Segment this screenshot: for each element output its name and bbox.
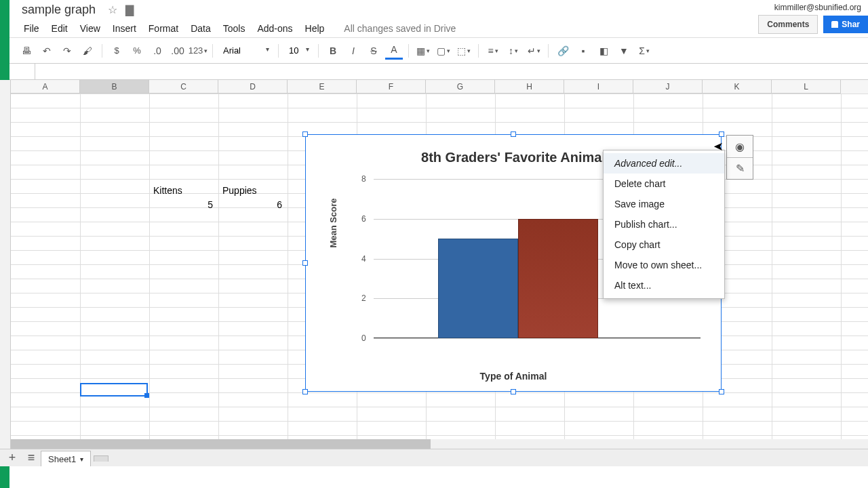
- strike-button[interactable]: S: [365, 42, 382, 60]
- star-icon[interactable]: ☆: [108, 3, 117, 16]
- row-headers[interactable]: [0, 80, 11, 466]
- chart-context-menu: Advanced edit... Delete chart Save image…: [603, 150, 725, 299]
- resize-handle[interactable]: [719, 131, 724, 137]
- menu-advanced-edit[interactable]: Advanced edit...: [604, 153, 724, 174]
- filter-icon[interactable]: ▼: [615, 42, 633, 60]
- y-tick: 0: [361, 333, 366, 343]
- y-tick: 2: [361, 293, 366, 303]
- undo-icon[interactable]: ↶: [38, 42, 56, 60]
- h-scrollbar-track[interactable]: [11, 439, 868, 449]
- col-header-F[interactable]: F: [357, 80, 426, 94]
- bar-Kittens[interactable]: [438, 239, 518, 338]
- cell-C8[interactable]: Kittens: [151, 184, 217, 197]
- spreadsheet-grid[interactable]: ABCDEFGHIJKL Kittens Puppies 5 6 ◉ ✎ 8th…: [0, 80, 868, 466]
- y-axis-label: Mean Score: [328, 199, 338, 248]
- link-icon[interactable]: 🔗: [554, 42, 572, 60]
- merge-button[interactable]: ⬚: [455, 42, 473, 60]
- menu-insert[interactable]: Insert: [106, 20, 142, 37]
- cursor-icon: ➤: [713, 139, 724, 154]
- font-select[interactable]: Arial: [218, 43, 273, 58]
- sheet-tab-label: Sheet1: [48, 454, 76, 464]
- menu-edit[interactable]: Edit: [45, 20, 74, 37]
- menu-help[interactable]: Help: [299, 20, 331, 37]
- resize-handle[interactable]: [511, 131, 516, 137]
- bold-button[interactable]: B: [324, 42, 342, 60]
- dec-decimal-icon[interactable]: .0: [149, 42, 166, 60]
- menu-delete-chart[interactable]: Delete chart: [604, 174, 724, 194]
- italic-button[interactable]: I: [344, 42, 362, 60]
- inc-decimal-icon[interactable]: .00: [169, 42, 186, 60]
- menu-file[interactable]: File: [18, 20, 45, 37]
- fill-handle[interactable]: [144, 393, 149, 398]
- share-label: Shar: [842, 20, 860, 29]
- col-header-L[interactable]: L: [772, 80, 841, 94]
- number-format-button[interactable]: 123: [189, 42, 207, 60]
- x-axis-label: Type of Animal: [480, 371, 547, 382]
- sheet-tab[interactable]: Sheet1▾: [41, 451, 91, 467]
- col-header-G[interactable]: G: [426, 80, 495, 94]
- borders-button[interactable]: ▢: [435, 42, 452, 60]
- h-scrollbar-thumb[interactable]: [11, 439, 431, 449]
- col-header-D[interactable]: D: [218, 80, 288, 94]
- sheet-tab-bar: + ≡ Sheet1▾: [0, 449, 868, 466]
- menu-data[interactable]: Data: [184, 20, 217, 37]
- view-chart-icon[interactable]: ◉: [727, 136, 753, 157]
- col-header-I[interactable]: I: [564, 80, 633, 94]
- col-header-K[interactable]: K: [703, 80, 772, 94]
- doc-title[interactable]: sample graph: [22, 3, 96, 17]
- menu-format[interactable]: Format: [142, 20, 184, 37]
- redo-icon[interactable]: ↷: [58, 42, 76, 60]
- y-tick: 4: [361, 254, 366, 264]
- share-button[interactable]: Shar: [823, 16, 868, 33]
- functions-button[interactable]: Σ: [635, 42, 653, 60]
- v-align-button[interactable]: ↕: [505, 42, 522, 60]
- fill-color-button[interactable]: ▦: [414, 42, 432, 60]
- cell-D8[interactable]: Puppies: [220, 184, 286, 197]
- menu-alt-text[interactable]: Alt text...: [604, 275, 724, 296]
- h-align-button[interactable]: ≡: [484, 42, 502, 60]
- menu-tools[interactable]: Tools: [217, 20, 252, 37]
- y-tick: 8: [361, 174, 366, 184]
- col-header-H[interactable]: H: [495, 80, 564, 94]
- cell-C9[interactable]: 5: [151, 198, 216, 211]
- formula-bar[interactable]: [0, 64, 868, 80]
- menu-move-own-sheet[interactable]: Move to own sheet...: [604, 255, 724, 275]
- comment-icon[interactable]: ▪: [574, 42, 592, 60]
- menu-save-image[interactable]: Save image: [604, 194, 724, 214]
- resize-handle[interactable]: [511, 389, 516, 394]
- menu-publish-chart[interactable]: Publish chart...: [604, 214, 724, 235]
- active-cell[interactable]: [80, 383, 148, 396]
- menu-copy-chart[interactable]: Copy chart: [604, 235, 724, 255]
- bar-Puppies[interactable]: [518, 219, 598, 338]
- resize-handle[interactable]: [302, 389, 308, 394]
- wrap-button[interactable]: ↵: [525, 42, 542, 60]
- col-header-E[interactable]: E: [288, 80, 357, 94]
- edit-chart-icon[interactable]: ✎: [727, 157, 753, 179]
- cell-D9[interactable]: 6: [220, 198, 285, 211]
- resize-handle[interactable]: [302, 260, 308, 266]
- percent-button[interactable]: %: [128, 42, 146, 60]
- all-sheets-button[interactable]: ≡: [22, 449, 41, 466]
- col-header-A[interactable]: A: [11, 80, 80, 94]
- text-color-button[interactable]: A: [385, 42, 403, 60]
- add-sheet-button[interactable]: +: [3, 449, 22, 466]
- menu-view[interactable]: View: [74, 20, 106, 37]
- chevron-down-icon[interactable]: ▾: [80, 455, 83, 463]
- menu-addons[interactable]: Add-ons: [251, 20, 298, 37]
- resize-handle[interactable]: [719, 389, 724, 394]
- font-size-select[interactable]: 10: [284, 43, 313, 58]
- col-header-C[interactable]: C: [149, 80, 218, 94]
- folder-icon[interactable]: ▇: [125, 3, 134, 16]
- chart-object[interactable]: ◉ ✎ 8th Graders' Favorite Animal Mean Sc…: [305, 134, 722, 392]
- print-icon[interactable]: 🖶: [18, 42, 35, 60]
- lock-icon: [831, 21, 838, 28]
- paint-format-icon[interactable]: 🖌: [79, 42, 96, 60]
- chart-icon[interactable]: ◧: [595, 42, 612, 60]
- comments-button[interactable]: Comments: [758, 15, 818, 34]
- resize-handle[interactable]: [302, 131, 308, 137]
- sheet-tab-overflow[interactable]: [94, 455, 108, 462]
- currency-button[interactable]: $: [108, 42, 125, 60]
- col-header-B[interactable]: B: [80, 80, 149, 94]
- user-email: kimmiller@sbunified.org: [774, 3, 861, 12]
- col-header-J[interactable]: J: [633, 80, 703, 94]
